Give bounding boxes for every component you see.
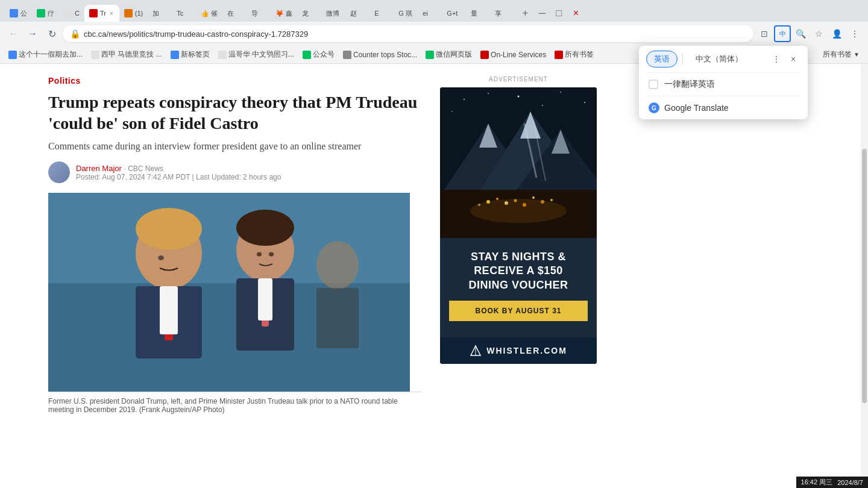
tab-9[interactable]: 在: [222, 5, 247, 22]
tab-13[interactable]: 微博: [321, 5, 345, 22]
scrollbar[interactable]: [861, 64, 868, 488]
bookmark-button[interactable]: ☆: [810, 25, 827, 42]
whistler-svg: [440, 87, 597, 238]
bookmark-5[interactable]: 公众号: [299, 48, 338, 61]
article-image-container: Former U.S. president Donald Trump, left…: [48, 193, 422, 419]
translate-button[interactable]: 中: [774, 25, 791, 42]
bookmark-3[interactable]: 新标签页: [167, 48, 213, 61]
svg-point-23: [451, 111, 453, 112]
zoom-button[interactable]: 🔍: [792, 25, 809, 42]
bookmark-all-label: 所有书签: [823, 49, 852, 60]
translate-close-button[interactable]: ×: [786, 52, 800, 66]
whistler-logo-icon: [470, 345, 482, 357]
author-source: CBC News: [128, 164, 163, 173]
tab-15[interactable]: E: [370, 5, 394, 22]
byline-author-line: Darren Major · CBC News: [76, 164, 281, 173]
tab-active[interactable]: Tr ×: [84, 5, 119, 22]
tab-6[interactable]: 加: [148, 5, 172, 22]
tab-favicon-active: [89, 9, 98, 17]
reload-button[interactable]: ↻: [43, 25, 60, 42]
article-image-svg: [48, 193, 410, 392]
tab-10[interactable]: 导: [247, 5, 271, 22]
bookmark-favicon-4: [218, 51, 227, 59]
tab-14[interactable]: 赵: [345, 5, 370, 22]
bookmark-favicon-7: [426, 51, 434, 59]
bookmark-1[interactable]: 这个十一假期去加...: [5, 48, 86, 61]
bookmark-6[interactable]: Counter tops Stoc...: [339, 49, 421, 60]
forward-button[interactable]: →: [24, 25, 41, 42]
whistler-footer: WHISTLER.COM: [440, 337, 597, 364]
tab-1[interactable]: 公: [5, 5, 32, 22]
translate-header: 英语 中文（简体） ⋮ ×: [639, 46, 808, 72]
status-time: 16:42 周三: [801, 478, 833, 487]
tab-19[interactable]: 量: [466, 5, 490, 22]
bookmark-all[interactable]: 所有书签 ▼: [819, 48, 863, 61]
translate-option-always-label: 一律翻译英语: [664, 79, 715, 90]
bookmark-label-9: 所有书签: [565, 49, 594, 60]
bookmark-4[interactable]: 温哥华 中文鸮照习...: [215, 48, 298, 61]
title-bar: 公 疗 C Tr × (1) 加 Tc 👍 催 在: [0, 0, 868, 22]
tab-title-13: 微博: [326, 9, 341, 18]
tab-16[interactable]: G 琪: [394, 5, 418, 22]
minimize-button[interactable]: ─: [533, 5, 550, 22]
svg-point-42: [550, 199, 553, 201]
tab-2[interactable]: 疗: [32, 5, 59, 22]
toolbar: ← → ↻ 🔒 cbc.ca/news/politics/trump-trude…: [0, 22, 868, 46]
bookmark-favicon-1: [8, 51, 17, 59]
tab-title-20: 享: [495, 9, 509, 18]
tab-8[interactable]: 👍 催: [196, 5, 222, 22]
google-g-icon: G: [649, 102, 659, 113]
tab-title-19: 量: [471, 9, 485, 18]
bookmark-8[interactable]: On-Line Services: [477, 49, 550, 60]
tab-title-16: G 琪: [398, 9, 413, 18]
new-tab-button[interactable]: +: [517, 5, 533, 22]
byline: Darren Major · CBC News Posted: Aug 07, …: [48, 161, 422, 183]
lang-chinese-button[interactable]: 中文（简体）: [688, 51, 750, 67]
tab-favicon-2: [37, 9, 45, 17]
tab-title-15: E: [374, 10, 389, 17]
address-bar-inner: 🔒 cbc.ca/news/politics/trump-trudeau-cas…: [70, 29, 746, 39]
menu-button[interactable]: ⋮: [846, 25, 863, 42]
svg-point-20: [518, 96, 520, 98]
tab-title-10: 导: [251, 9, 266, 18]
tab-title-6: 加: [153, 9, 167, 18]
close-button[interactable]: ×: [567, 5, 584, 22]
whistler-headline: STAY 5 NIGHTS & RECEIVE A $150 DINING VO…: [449, 250, 588, 292]
translate-option-always[interactable]: 一律翻译英语: [639, 73, 808, 96]
screen-capture-button[interactable]: ⊡: [756, 25, 773, 42]
toolbar-right: ⊡ 中 🔍 ☆ 👤 ⋮: [756, 25, 863, 42]
translate-google-row[interactable]: G Google Translate: [639, 96, 808, 119]
tab-20[interactable]: 享: [490, 5, 514, 22]
byline-posted: Posted: Aug 07, 2024 7:42 AM PDT | Last …: [76, 173, 281, 181]
article-category[interactable]: Politics: [48, 76, 422, 86]
lang-english-button[interactable]: 英语: [646, 51, 678, 67]
translate-checkbox[interactable]: [649, 80, 658, 89]
tab-title-3: C: [75, 10, 80, 17]
tab-11[interactable]: 🦊 鑫: [271, 5, 297, 22]
profile-button[interactable]: 👤: [828, 25, 845, 42]
tab-title-5: (1): [135, 10, 143, 17]
bookmark-2[interactable]: 西甲 马德里竞技 ...: [87, 48, 166, 61]
back-button[interactable]: ←: [5, 25, 22, 42]
tab-18[interactable]: G+t: [442, 5, 466, 22]
tab-close-active[interactable]: ×: [108, 10, 115, 17]
svg-point-39: [532, 196, 535, 199]
tab-3[interactable]: C: [59, 5, 84, 22]
book-button[interactable]: BOOK BY AUGUST 31: [449, 301, 588, 321]
scrollbar-thumb[interactable]: [862, 149, 867, 403]
tab-12[interactable]: 龙: [297, 5, 321, 22]
translate-header-right: ⋮ ×: [769, 52, 800, 66]
author-link[interactable]: Darren Major: [76, 164, 122, 173]
tab-7[interactable]: Tc: [172, 5, 196, 22]
maximize-button[interactable]: □: [550, 5, 567, 22]
svg-rect-12: [258, 278, 272, 321]
article-image: [48, 193, 410, 392]
tab-5[interactable]: (1): [119, 5, 148, 22]
bookmark-7[interactable]: 微信网页版: [422, 48, 476, 61]
ad-stay-text: STAY 5 NIGHTS &: [471, 251, 566, 263]
translate-options-button[interactable]: ⋮: [769, 52, 784, 66]
address-bar[interactable]: 🔒 cbc.ca/news/politics/trump-trudeau-cas…: [63, 25, 753, 42]
svg-point-22: [584, 102, 585, 103]
bookmark-9[interactable]: 所有书签: [551, 48, 597, 61]
tab-17[interactable]: ei: [418, 5, 442, 22]
